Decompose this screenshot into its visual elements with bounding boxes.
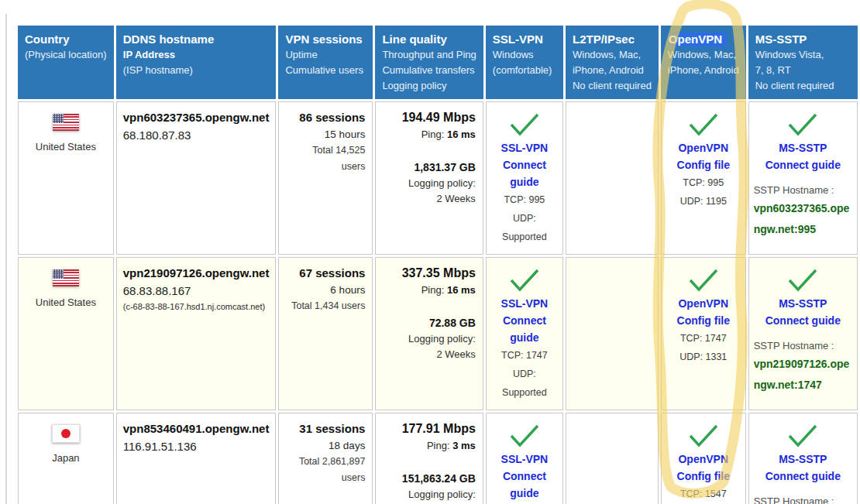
ms-sstp-link[interactable]: MS-SSTP [754,139,852,156]
col-header-line-quality: Line quality Throughput and Ping Cumulat… [375,26,483,99]
ssl-vpn-link[interactable]: SSL-VPN [491,139,558,156]
connect-guide-link[interactable]: Connect guide [754,468,852,485]
tcp-port: TCP: 995 [491,190,558,209]
udp-port: UDP: Supported [491,209,558,246]
us-flag-icon [53,114,79,131]
ddns-cell: vpn219097126.opengw.net 68.83.88.167 (c-… [116,257,277,410]
isp-hostname: (c-68-83-88-167.hsd1.nj.comcast.net) [123,300,270,314]
session-count: 31 sessions [286,420,365,437]
tcp-port: TCP: 1747 [491,346,558,365]
ddns-hostname: vpn219097126.opengw.net [123,264,270,282]
ping: Ping: 16 ms [383,127,475,142]
check-icon [687,423,720,448]
logging-policy-label: Logging policy: [383,487,475,502]
ip-address: 68.180.87.83 [123,126,270,144]
tcp-port: TCP: 995 [666,173,741,192]
openvpn-link[interactable]: OpenVPN [666,451,741,468]
msstp-cell: MS-SSTP Connect guide SSTP Hostname : vp… [748,413,858,504]
cumulative-transfer: 1,831.37 GB [383,159,475,176]
check-icon [786,112,819,137]
ping: Ping: 3 ms [383,438,475,454]
throughput: 337.35 Mbps [383,264,475,283]
ddns-cell: vpn603237365.opengw.net 68.180.87.83 [116,101,277,255]
sstp-hostname: vpn603237365.opengw.net:995 [754,198,852,240]
col-header-sslvpn: SSL-VPN Windows (comfortable) [486,26,563,99]
ip-address: 116.91.51.136 [123,437,270,455]
ping: Ping: 16 ms [383,283,475,298]
ms-sstp-link[interactable]: MS-SSTP [754,295,852,312]
col-header-country: Country (Physical location) [18,26,114,99]
japan-flag-icon [52,424,80,443]
sstp-hostname: vpn219097126.opengw.net:1747 [754,354,852,396]
openvpn-cell: OpenVPN Config file TCP: 1747 UDP: 1331 [661,257,746,410]
check-icon [786,423,819,448]
ddns-hostname: vpn853460491.opengw.net [123,420,270,437]
sessions-cell: 67 sessions 6 hours Total 1,434 users [278,257,373,410]
col-header-openvpn: OpenVPN Windows, Mac, iPhone, Android [661,26,746,99]
connect-guide-link[interactable]: Connect guide [754,156,852,173]
connect-guide-link[interactable]: Connect guide [754,312,852,329]
sslvpn-cell: SSL-VPN Connect guide TCP: 1747 UDP: Sup… [486,257,563,410]
udp-port: UDP: 1195 [666,192,741,211]
session-count: 67 sessions [286,264,365,282]
sstp-hostname-label: SSTP Hostname : [754,494,852,504]
connect-guide-link[interactable]: Connect guide [491,468,558,502]
check-icon [508,112,541,137]
cumulative-users: Total 1,434 users [286,298,365,314]
table-row: Japan vpn853460491.opengw.net 116.91.51.… [18,413,858,504]
ms-sstp-link[interactable]: MS-SSTP [754,451,852,468]
sessions-cell: 31 sessions 18 days Total 2,861,897 user… [278,413,373,504]
table-row: United States vpn603237365.opengw.net 68… [18,101,858,255]
udp-port: UDP: Supported [491,365,558,402]
ddns-cell: vpn853460491.opengw.net 116.91.51.136 [116,413,277,504]
openvpn-cell: OpenVPN Config file TCP: 995 UDP: 1195 [661,101,746,255]
udp-port: UDP: 1331 [666,348,741,366]
country-cell: United States [18,101,114,255]
openvpn-cell: OpenVPN Config file TCP: 1547 [661,413,746,504]
sstp-hostname-label: SSTP Hostname : [754,338,852,354]
table-row: United States vpn219097126.opengw.net 68… [18,257,858,410]
selected-text-openvpn: OpenVPN [668,33,727,46]
ssl-vpn-link[interactable]: SSL-VPN [491,295,558,312]
uptime: 18 days [286,437,365,454]
throughput: 194.49 Mbps [383,108,475,127]
throughput: 177.91 Mbps [383,420,475,438]
check-icon [508,423,541,448]
tcp-port: TCP: 1747 [666,329,741,348]
l2tp-cell [566,101,659,255]
cumulative-transfer: 72.88 GB [383,315,475,331]
openvpn-link[interactable]: OpenVPN [666,295,741,312]
country-cell: United States [18,257,114,410]
sstp-hostname-label: SSTP Hostname : [754,183,852,198]
ssl-vpn-link[interactable]: SSL-VPN [491,451,558,468]
country-name: Japan [19,451,113,465]
connect-guide-link[interactable]: Connect guide [491,156,558,190]
msstp-cell: MS-SSTP Connect guide SSTP Hostname : vp… [748,101,858,255]
line-quality-cell: 177.91 Mbps Ping: 3 ms 151,863.24 GB Log… [375,413,483,504]
connect-guide-link[interactable]: Connect guide [491,312,558,346]
country-name: United States [19,296,113,310]
msstp-cell: MS-SSTP Connect guide SSTP Hostname : vp… [748,257,858,410]
col-header-msstp: MS-SSTP Windows Vista, 7, 8, RT No clien… [748,26,858,99]
cumulative-users: Total 2,861,897 users [286,454,365,486]
session-count: 86 sessions [286,108,365,126]
check-icon [687,112,720,137]
check-icon [786,268,819,293]
sslvpn-cell: SSL-VPN Connect guide TCP: 1547 [486,413,563,504]
logging-policy-label: Logging policy: [383,176,475,191]
l2tp-cell [566,257,659,410]
openvpn-link[interactable]: OpenVPN [666,139,741,156]
sslvpn-cell: SSL-VPN Connect guide TCP: 995 UDP: Supp… [486,101,563,255]
config-file-link[interactable]: Config file [666,468,741,485]
check-icon [508,268,541,293]
tcp-port: TCP: 1547 [666,485,741,503]
col-header-sessions: VPN sessions Uptime Cumulative users [278,26,373,99]
page-border-line [5,14,7,504]
ip-address: 68.83.88.167 [123,282,270,300]
cumulative-users: Total 14,525 users [286,142,365,175]
config-file-link[interactable]: Config file [666,312,741,329]
vpn-server-table: Country (Physical location) DDNS hostnam… [15,23,860,504]
logging-policy-label: Logging policy: [383,331,475,347]
config-file-link[interactable]: Config file [666,156,741,173]
line-quality-cell: 194.49 Mbps Ping: 16 ms 1,831.37 GB Logg… [375,101,483,255]
